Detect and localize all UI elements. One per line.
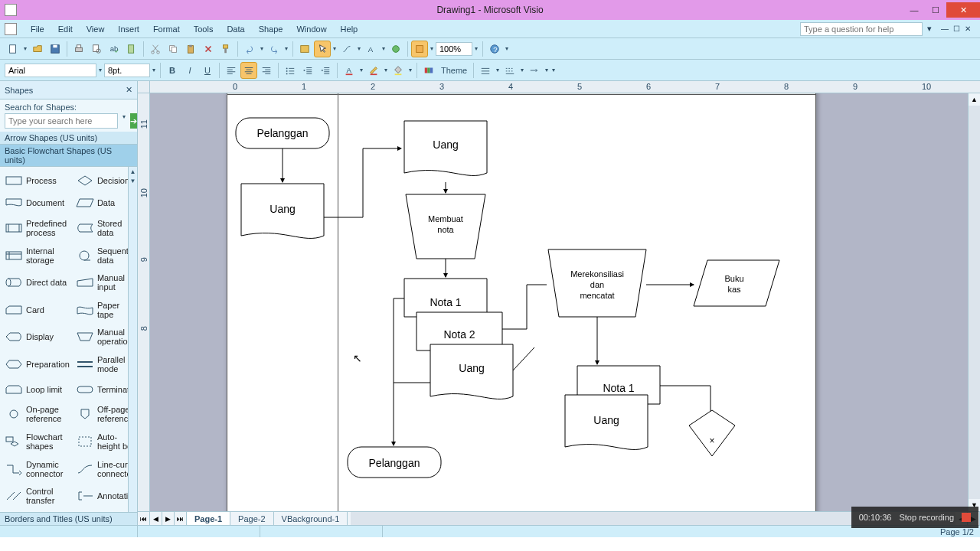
format-painter-button[interactable] (217, 41, 234, 57)
mdi-minimize-button[interactable]: — (941, 24, 949, 33)
menu-window[interactable]: Window (290, 22, 332, 36)
menu-data[interactable]: Data (220, 22, 250, 36)
vertical-scrollbar[interactable]: ▲ ▼ (968, 93, 980, 511)
help-search-input[interactable] (800, 22, 923, 36)
shape-loop-limit[interactable]: Loop limit (2, 379, 73, 400)
shape-document[interactable]: Document (2, 193, 73, 214)
help-button[interactable]: ? (486, 41, 503, 57)
snap-button[interactable] (411, 41, 428, 57)
save-button[interactable] (47, 41, 64, 57)
shape-on-page-ref[interactable]: On-page reference (2, 402, 73, 428)
tab-nav-first[interactable]: ⏮ (138, 512, 150, 525)
undo-dropdown-icon[interactable]: ▾ (259, 45, 265, 52)
new-dropdown-icon[interactable]: ▾ (22, 45, 28, 52)
font-color-dropdown-icon[interactable]: ▾ (358, 67, 364, 73)
menu-file[interactable]: File (24, 22, 51, 36)
line-weight-button[interactable] (477, 62, 494, 79)
theme-button[interactable] (420, 62, 437, 79)
shapes-search-input[interactable] (5, 113, 118, 129)
mdi-restore-button[interactable]: ☐ (953, 24, 960, 33)
page-tab-2[interactable]: Page-2 (230, 512, 273, 525)
connector-dropdown-icon[interactable]: ▾ (356, 45, 362, 52)
bullets-button[interactable] (282, 62, 299, 79)
line-color-dropdown-icon[interactable]: ▾ (383, 67, 389, 73)
line-ends-dropdown-icon[interactable]: ▾ (544, 67, 550, 73)
stencil-arrow-shapes[interactable]: Arrow Shapes (US units) (0, 132, 137, 145)
zoom-input[interactable] (436, 42, 472, 56)
close-button[interactable]: ✕ (946, 2, 980, 18)
redo-button[interactable] (266, 41, 283, 57)
scroll-up-icon[interactable]: ▲ (129, 167, 137, 176)
shapes-panel-close-button[interactable]: ✕ (126, 85, 132, 95)
new-button[interactable] (5, 41, 21, 57)
menu-tools[interactable]: Tools (188, 22, 220, 36)
recorder-stop-button[interactable]: Stop recording (899, 513, 954, 522)
vscroll-up-icon[interactable]: ▲ (969, 93, 980, 106)
shapes-search-go-button[interactable]: ➔ (130, 113, 137, 129)
bold-button[interactable]: B (164, 62, 181, 79)
drawing-page[interactable]: Pegawai Badu Pelanggan (227, 93, 816, 511)
zoom-dropdown-icon[interactable]: ▾ (473, 45, 479, 52)
align-right-button[interactable] (258, 62, 275, 79)
align-center-button[interactable] (240, 62, 257, 79)
line-ends-button[interactable] (526, 62, 543, 79)
record-icon[interactable] (962, 513, 971, 522)
font-name-dropdown-icon[interactable]: ▾ (97, 67, 103, 73)
text-tool-button[interactable]: A (363, 41, 380, 57)
lane-body-badu[interactable] (338, 95, 816, 511)
menu-help[interactable]: Help (335, 22, 364, 36)
italic-button[interactable]: I (181, 62, 198, 79)
align-left-button[interactable] (223, 62, 240, 79)
shapes-search-dropdown-icon[interactable]: ▾ (121, 113, 127, 129)
shape-predefined-process[interactable]: Predefined process (2, 215, 73, 241)
maximize-button[interactable]: ☐ (925, 2, 946, 18)
page-tab-1[interactable]: Page-1 (187, 512, 230, 525)
ink-tool-button[interactable] (387, 41, 404, 57)
fill-color-button[interactable] (390, 62, 407, 79)
cut-button[interactable] (147, 41, 164, 57)
tab-nav-prev[interactable]: ◀ (150, 512, 162, 525)
menu-shape[interactable]: Shape (253, 22, 289, 36)
shape-direct-data[interactable]: Direct data (2, 269, 73, 295)
menu-view[interactable]: View (80, 22, 111, 36)
document-icon[interactable] (5, 23, 17, 35)
minimize-button[interactable]: — (903, 2, 925, 18)
line-weight-dropdown-icon[interactable]: ▾ (495, 67, 501, 73)
pointer-dropdown-icon[interactable]: ▾ (332, 45, 338, 52)
redo-dropdown-icon[interactable]: ▾ (283, 45, 289, 52)
toolbar2-options-icon[interactable]: ▾ (550, 67, 557, 73)
font-size-dropdown-icon[interactable]: ▾ (151, 67, 157, 73)
stencil-borders-titles[interactable]: Borders and Titles (US units) (0, 512, 137, 525)
theme-label[interactable]: Theme (438, 66, 470, 75)
copy-button[interactable] (165, 41, 181, 57)
menu-insert[interactable]: Insert (112, 22, 145, 36)
stencil-basic-flowchart[interactable]: Basic Flowchart Shapes (US units) (0, 145, 137, 167)
pointer-tool-button[interactable] (314, 41, 331, 57)
print-preview-button[interactable] (88, 41, 105, 57)
snap-dropdown-icon[interactable]: ▾ (429, 45, 435, 52)
shapes-window-button[interactable] (296, 41, 313, 57)
shape-dynamic-connector[interactable]: Dynamic connector (2, 456, 73, 482)
undo-button[interactable] (241, 41, 258, 57)
open-button[interactable] (29, 41, 46, 57)
lane-body-pegawai[interactable] (227, 95, 338, 511)
fill-color-dropdown-icon[interactable]: ▾ (407, 67, 413, 73)
shape-flowchart-shapes[interactable]: Flowchart shapes (2, 429, 73, 455)
shape-card[interactable]: Card (2, 297, 73, 323)
line-pattern-dropdown-icon[interactable]: ▾ (519, 67, 525, 73)
print-button[interactable] (70, 41, 87, 57)
line-color-button[interactable] (365, 62, 382, 79)
line-pattern-button[interactable] (501, 62, 518, 79)
paste-button[interactable] (182, 41, 199, 57)
shapes-scrollbar[interactable]: ▲ ▼ (128, 167, 137, 512)
tab-nav-next[interactable]: ▶ (162, 512, 175, 525)
spellcheck-button[interactable]: ab (106, 41, 122, 57)
delete-button[interactable] (200, 41, 217, 57)
shape-preparation[interactable]: Preparation (2, 351, 73, 377)
shape-display[interactable]: Display (2, 324, 73, 350)
help-dropdown-icon[interactable]: ▾ (924, 24, 935, 34)
menu-format[interactable]: Format (147, 22, 186, 36)
page-tab-vbackground[interactable]: VBackground-1 (274, 512, 348, 525)
connector-tool-button[interactable] (338, 41, 355, 57)
shape-control-transfer[interactable]: Control transfer (2, 483, 73, 509)
